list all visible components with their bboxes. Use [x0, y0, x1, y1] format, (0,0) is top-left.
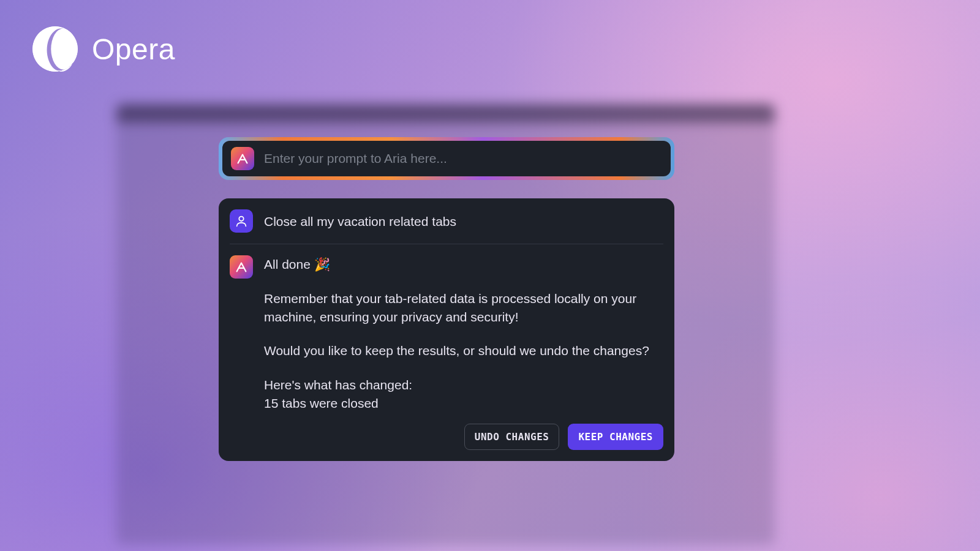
- assistant-changes: Here's what has changed: 15 tabs were cl…: [264, 376, 663, 413]
- aria-panel: Close all my vacation related tabs All d…: [219, 137, 674, 461]
- assistant-privacy-note: Remember that your tab-related data is p…: [264, 290, 663, 326]
- aria-prompt-input[interactable]: [264, 151, 662, 166]
- assistant-message-row: All done 🎉 Remember that your tab-relate…: [230, 255, 663, 413]
- assistant-followup: Would you like to keep the results, or s…: [264, 342, 663, 360]
- undo-changes-button[interactable]: UNDO CHANGES: [464, 424, 560, 450]
- assistant-changes-intro: Here's what has changed:: [264, 378, 412, 392]
- assistant-headline: All done 🎉: [264, 255, 663, 274]
- action-buttons: UNDO CHANGES KEEP CHANGES: [230, 424, 663, 450]
- prompt-bar: [222, 141, 671, 176]
- message-divider: [230, 244, 663, 244]
- conversation-container: Close all my vacation related tabs All d…: [219, 198, 674, 461]
- opera-logo: Opera: [29, 23, 175, 75]
- user-message-row: Close all my vacation related tabs: [230, 209, 663, 233]
- opera-logo-icon: [29, 23, 81, 75]
- keep-changes-button[interactable]: KEEP CHANGES: [568, 424, 663, 450]
- user-message-text: Close all my vacation related tabs: [264, 209, 456, 230]
- aria-icon: [230, 255, 253, 279]
- svg-point-6: [239, 217, 243, 221]
- prompt-container: [219, 137, 674, 180]
- aria-icon: [231, 147, 254, 170]
- user-avatar-icon: [230, 209, 253, 233]
- app-stage: Opera: [0, 0, 980, 551]
- opera-logo-text: Opera: [92, 32, 175, 66]
- assistant-changes-summary: 15 tabs were closed: [264, 396, 379, 410]
